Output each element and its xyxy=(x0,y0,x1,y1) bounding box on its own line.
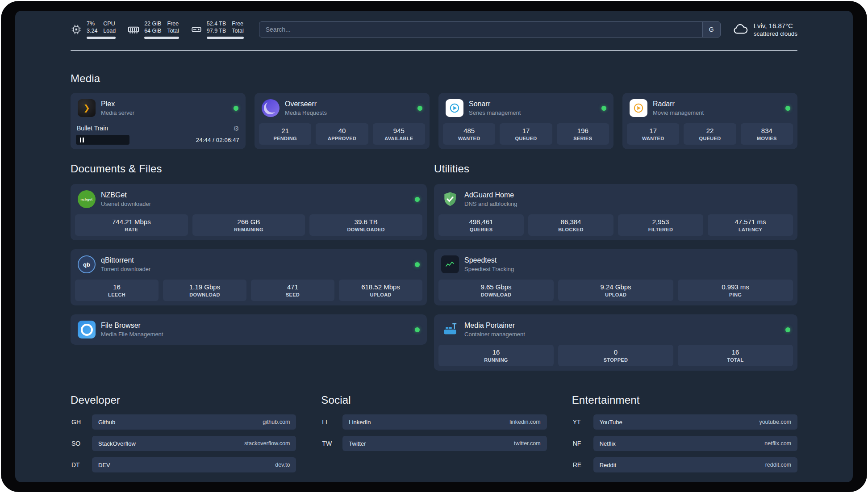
stat-tile: 40 APPROVED xyxy=(316,123,368,145)
stat-label: RUNNING xyxy=(440,357,552,363)
filebrowser-icon xyxy=(78,321,96,338)
status-dot xyxy=(415,327,420,332)
section-title-entertainment: Entertainment xyxy=(572,394,797,406)
stat-label: UPLOAD xyxy=(341,292,421,297)
bookmark-github[interactable]: GH Github github.com xyxy=(71,414,296,430)
stat-tile: 16 LEECH xyxy=(75,280,159,301)
stat-value: 47.571 ms xyxy=(709,218,791,226)
stat-tile: 21 PENDING xyxy=(259,123,311,145)
stat-tile: 17 WANTED xyxy=(627,123,679,145)
adguard-card[interactable]: AdGuard Home DNS and adblocking 498,461 … xyxy=(434,184,797,240)
bookmark-youtube[interactable]: YT YouTube youtube.com xyxy=(572,414,797,430)
app-name: qBittorrent xyxy=(101,256,150,264)
search-engine-button[interactable]: G xyxy=(702,22,720,37)
bookmark-netflix[interactable]: NF Netflix netflix.com xyxy=(572,436,797,451)
adguard-icon xyxy=(441,190,459,208)
ram-widget: 22 GiB 64 GiB Free Total xyxy=(127,20,179,39)
bookmarks-entertainment: Entertainment YT YouTube youtube.com NF … xyxy=(572,394,797,479)
app-name: AdGuard Home xyxy=(464,191,517,199)
status-dot xyxy=(785,106,790,111)
stat-label: STOPPED xyxy=(560,357,672,363)
stat-tile: 0 STOPPED xyxy=(558,345,673,366)
disk-label-bottom: Total xyxy=(232,27,243,34)
bookmark-abbr: NF xyxy=(572,440,593,447)
speedtest-icon xyxy=(441,255,459,273)
stat-label: SEED xyxy=(253,292,333,297)
pause-icon[interactable] xyxy=(80,138,84,142)
bookmark-reddit[interactable]: RE Reddit reddit.com xyxy=(572,457,797,472)
stat-value: 17 xyxy=(501,127,550,134)
bookmark-abbr: TW xyxy=(321,440,342,447)
stat-label: UPLOAD xyxy=(560,292,672,297)
status-dot xyxy=(417,106,422,111)
search-input[interactable] xyxy=(259,22,702,37)
speedtest-card[interactable]: Speedtest Speedtest Tracking 9.65 Gbps D… xyxy=(434,249,797,305)
bookmark-linkedin[interactable]: LI LinkedIn linkedin.com xyxy=(321,414,547,430)
stat-value: 471 xyxy=(253,283,333,291)
app-subtitle: Media File Management xyxy=(101,331,163,338)
seek-bar[interactable] xyxy=(76,135,129,145)
stat-label: WANTED xyxy=(445,136,493,141)
bookmark-url: netflix.com xyxy=(764,440,791,447)
status-dot xyxy=(415,197,420,202)
portainer-icon xyxy=(441,321,459,338)
bookmark-url: reddit.com xyxy=(765,462,791,468)
radarr-card[interactable]: Radarr Movie management 17 WANTED 22 QUE… xyxy=(622,93,797,149)
bookmark-url: linkedin.com xyxy=(509,419,540,425)
portainer-card[interactable]: Media Portainer Container management 16 … xyxy=(434,314,797,371)
bookmark-name: DEV xyxy=(98,462,110,468)
stat-tile: 47.571 ms LATENCY xyxy=(708,214,793,236)
stat-value: 16 xyxy=(77,283,157,291)
playback-time: 24:44 / 02:06:47 xyxy=(196,137,241,143)
app-name: File Browser xyxy=(101,322,163,330)
app-name: Plex xyxy=(101,100,134,108)
bookmark-name: Twitter xyxy=(349,440,366,447)
section-title-social: Social xyxy=(321,394,547,406)
cpu-load-value: 3.24 xyxy=(87,27,97,34)
bookmark-abbr: GH xyxy=(71,418,92,426)
bookmarks-developer: Developer GH Github github.com SO StackO… xyxy=(71,394,296,479)
nzbget-icon-text: nzbget xyxy=(81,197,93,201)
sonarr-icon xyxy=(446,99,463,117)
now-playing-title: Bullet Train xyxy=(77,125,108,132)
app-subtitle: Media server xyxy=(101,109,134,116)
stat-value: 21 xyxy=(261,127,309,134)
overseerr-card[interactable]: Overseerr Media Requests 21 PENDING 40 A… xyxy=(255,93,430,149)
nzbget-card[interactable]: nzbget NZBGet Usenet downloader 744.21 M… xyxy=(71,184,427,240)
qbittorrent-card[interactable]: qb qBittorrent Torrent downloader 16 LEE… xyxy=(71,249,427,305)
cpu-widget: 7% 3.24 CPU Load xyxy=(71,20,116,39)
top-bar: 7% 3.24 CPU Load xyxy=(71,18,797,41)
stat-value: 16 xyxy=(440,348,552,356)
stat-label: MOVIES xyxy=(743,136,791,141)
bookmark-stackoverflow[interactable]: SO StackOverflow stackoverflow.com xyxy=(71,436,296,451)
plex-now-playing: Bullet Train ⚙ 24:44 / 02:06:47 xyxy=(75,121,241,145)
stat-tile: 1.19 Gbps DOWNLOAD xyxy=(163,280,246,301)
cpu-icon xyxy=(71,24,82,35)
bookmark-abbr: LI xyxy=(321,418,342,426)
plex-chevron-glyph: ❯ xyxy=(83,103,90,113)
weather-condition: scattered clouds xyxy=(754,30,797,37)
stat-value: 744.21 Mbps xyxy=(77,218,186,226)
section-title-media: Media xyxy=(71,72,797,85)
stat-label: BLOCKED xyxy=(530,227,612,232)
disk-usage-bar xyxy=(207,37,244,39)
bookmark-twitter[interactable]: TW Twitter twitter.com xyxy=(321,436,547,451)
bookmark-dev[interactable]: DT DEV dev.to xyxy=(71,457,296,472)
stat-label: LATENCY xyxy=(709,227,791,232)
sonarr-card[interactable]: Sonarr Series management 485 WANTED 17 Q… xyxy=(438,93,613,149)
qbittorrent-icon-text: qb xyxy=(83,261,90,268)
media-grid: ❯ Plex Media server Bullet Train ⚙ 24:44… xyxy=(71,93,797,149)
stat-tile: 498,461 QUERIES xyxy=(438,214,524,236)
section-title-developer: Developer xyxy=(71,394,296,406)
weather-widget[interactable]: Lviv, 16.87°C scattered clouds xyxy=(732,21,797,38)
nzbget-icon: nzbget xyxy=(78,190,96,208)
plex-card[interactable]: ❯ Plex Media server Bullet Train ⚙ 24:44… xyxy=(71,93,246,149)
filebrowser-card[interactable]: File Browser Media File Management xyxy=(71,314,427,345)
stat-tile: 834 MOVIES xyxy=(741,123,793,145)
ram-free-value: 22 GiB xyxy=(144,20,161,27)
stat-label: REMAINING xyxy=(194,227,304,232)
app-subtitle: Series management xyxy=(469,109,521,116)
bookmark-url: dev.to xyxy=(275,462,290,468)
gear-icon[interactable]: ⚙ xyxy=(234,125,239,132)
ram-usage-bar xyxy=(144,37,179,39)
